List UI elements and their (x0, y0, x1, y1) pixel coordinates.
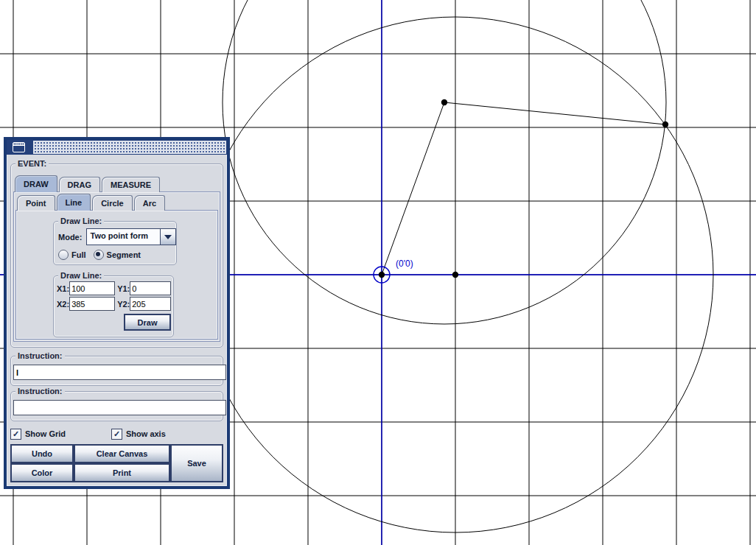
bottom-button-grid: Undo Clear Canvas Save Color Print (10, 444, 223, 482)
titlebar-grip[interactable] (33, 141, 226, 154)
y2-field[interactable] (130, 297, 171, 311)
y1-field[interactable] (130, 281, 171, 295)
window-icon (13, 142, 25, 152)
show-grid-label: Show Grid (25, 429, 66, 438)
x1-label: X1: (57, 284, 69, 293)
chevron-down-icon (164, 235, 172, 239)
show-grid-checkbox[interactable]: ✓ (10, 429, 21, 440)
origin-label: (0'0) (396, 259, 413, 269)
main-tab-row: DRAW DRAG MEASURE (13, 176, 220, 192)
instruction1-title: Instruction: (15, 351, 65, 361)
draw-line-coords-group: Draw Line: X1: Y1: X2: Y2: (53, 275, 174, 337)
radio-segment-label: Segment (107, 250, 141, 259)
draw-line-mode-group: Draw Line: Mode: Two point form (53, 221, 177, 265)
tab-point[interactable]: Point (17, 195, 55, 211)
tab-draw[interactable]: DRAW (15, 175, 57, 192)
tab-arc[interactable]: Arc (134, 195, 165, 211)
instruction2-title: Instruction: (15, 386, 65, 396)
instruction-group-2: Instruction: (10, 391, 223, 421)
tab-line[interactable]: Line (57, 194, 91, 211)
tab-measure[interactable]: MEASURE (102, 177, 160, 192)
radio-segment[interactable] (94, 250, 104, 260)
mode-label: Mode: (58, 233, 86, 242)
mode-combobox[interactable]: Two point form (86, 228, 176, 245)
print-button[interactable]: Print (74, 463, 170, 482)
show-axis-checkbox[interactable]: ✓ (111, 429, 122, 440)
clear-canvas-button[interactable]: Clear Canvas (74, 444, 170, 463)
save-button[interactable]: Save (170, 444, 223, 482)
x2-field[interactable] (69, 297, 115, 311)
show-axis-label: Show axis (126, 429, 166, 438)
draw-button[interactable]: Draw (124, 314, 171, 331)
palette-window[interactable]: EVENT: DRAW DRAG MEASURE Point Line Circ… (4, 137, 230, 489)
coords-group-title: Draw Line: (58, 270, 104, 281)
radio-full-label: Full (71, 250, 86, 259)
x1-field[interactable] (69, 281, 115, 295)
event-group-title: EVENT: (15, 158, 49, 169)
color-button[interactable]: Color (10, 463, 74, 482)
tab-drag[interactable]: DRAG (59, 177, 100, 192)
radio-full[interactable] (58, 250, 69, 260)
undo-button[interactable]: Undo (10, 444, 74, 463)
combo-dropdown-button[interactable] (160, 229, 175, 245)
icon-zone (7, 140, 30, 155)
y1-label: Y1: (117, 284, 130, 293)
x2-label: X2: (57, 300, 69, 309)
instruction-input-1[interactable] (13, 365, 226, 380)
mode-group-title: Draw Line: (58, 216, 104, 226)
draw-tab-content: Point Line Circle Arc Draw Line: Mode: T… (13, 191, 220, 342)
instruction-group-1: Instruction: (10, 356, 223, 386)
title-bar[interactable] (7, 140, 227, 155)
mode-combobox-value: Two point form (87, 229, 160, 245)
event-group: EVENT: DRAW DRAG MEASURE Point Line Circ… (10, 164, 223, 348)
tab-circle[interactable]: Circle (92, 195, 133, 211)
line-tab-content: Draw Line: Mode: Two point form (15, 210, 218, 340)
shape-tab-row: Point Line Circle Arc (15, 194, 218, 211)
instruction-input-2[interactable] (13, 400, 226, 415)
y2-label: Y2: (117, 300, 130, 309)
